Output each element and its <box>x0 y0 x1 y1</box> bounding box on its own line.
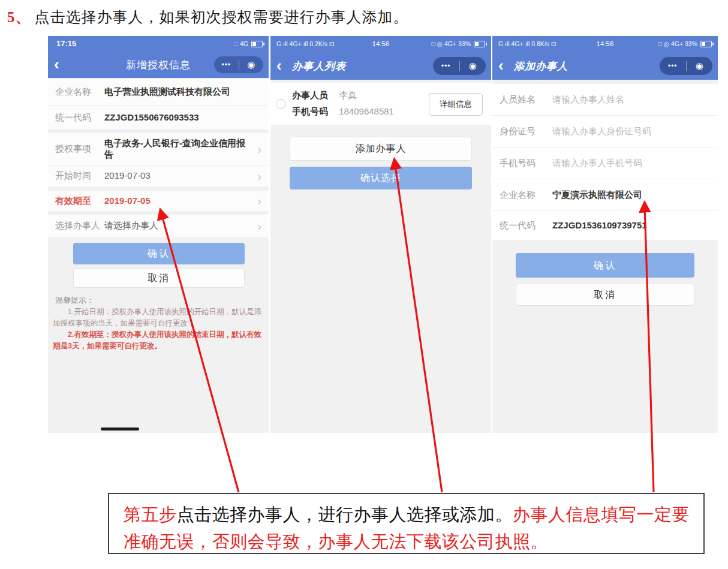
screen3-navbar: ‹ 添加办事人 ••• ◉ <box>492 52 718 80</box>
screen1-navbar: ‹ 新增授权信息 ••• ◉ <box>48 52 269 78</box>
confirm-button[interactable]: 确认 <box>516 253 694 278</box>
agent-list-item[interactable]: 办事人员 李真 手机号码 18409648581 详细信息 <box>270 83 491 125</box>
screenshot-new-authorization: 17:15 ∷ 4G ‹ 新增授权信息 ••• ◉ 企业名称 电子营业执照测试科… <box>48 36 269 433</box>
exit-icon[interactable]: ◉ <box>687 61 713 71</box>
field-value: ZZJGD1536109739751 <box>552 220 711 231</box>
screen2-body: 办事人员 李真 手机号码 18409648581 详细信息 添加办事人 确认选择 <box>270 80 491 433</box>
row-company-name: 企业名称 宁夏演示执照有限公司 <box>492 179 718 210</box>
cancel-button[interactable]: 取消 <box>516 284 694 306</box>
step-number: 5、 <box>7 9 31 25</box>
select-agent-group: 选择办事人 请选择办事人 › <box>48 215 269 237</box>
row-auth-item[interactable]: 授权事项 电子政务-人民银行-查询企业信用报告 › <box>48 133 269 165</box>
field-label: 统一代码 <box>500 220 552 231</box>
field-value: ZZJGD1550676093533 <box>104 112 261 124</box>
cancel-button[interactable]: 取消 <box>73 269 245 288</box>
chevron-right-icon: › <box>257 143 261 155</box>
screen2-navbar: ‹ 办事人列表 ••• ◉ <box>270 52 491 80</box>
exit-icon[interactable]: ◉ <box>239 59 264 70</box>
field-value: 2019-07-05 <box>104 195 254 207</box>
screen1-header: 17:15 ∷ 4G ‹ 新增授权信息 ••• ◉ <box>48 36 269 78</box>
mini-program-capsule[interactable]: ••• ◉ <box>214 56 263 73</box>
field-label: 身份证号 <box>500 126 552 137</box>
screen3-body: 人员姓名 请输入办事人姓名 身份证号 请输入办事人身份证号码 手机号码 请输入办… <box>492 80 718 433</box>
field-label: 开始时间 <box>55 170 104 182</box>
field-label: 选择办事人 <box>55 220 104 231</box>
more-icon[interactable]: ••• <box>433 62 459 70</box>
mini-program-capsule[interactable]: ••• ◉ <box>433 57 486 75</box>
field-value: 电子政务-人民银行-查询企业信用报告 <box>104 138 254 161</box>
screenshot-agent-list: G ıll 4G+ ıll 0.2K/s ⊡ 14:56 □ ◎ 4G+ 33%… <box>270 36 491 433</box>
row-company-name: 企业名称 电子营业执照测试科技有限公司 <box>48 79 269 105</box>
field-label: 人员姓名 <box>500 94 552 106</box>
note-step-label: 第五步 <box>124 505 177 524</box>
screenshot-add-agent: G ıll 4G+ ıll 0.8K/s ⊡ 14:56 □ ◎ 4G+ 33%… <box>492 36 718 433</box>
agent-name-line: 办事人员 李真 <box>292 90 357 101</box>
network-percent-icons: □ ◎ 4G+ 33% <box>432 36 471 52</box>
row-start-date[interactable]: 开始时间 2019-07-03 › <box>48 165 269 186</box>
more-icon[interactable]: ••• <box>660 62 686 70</box>
phone-input-placeholder[interactable]: 请输入办事人手机号码 <box>552 158 711 169</box>
chevron-right-icon: › <box>257 170 261 182</box>
back-icon[interactable]: ‹ <box>276 57 282 73</box>
back-icon[interactable]: ‹ <box>498 57 504 73</box>
step-title: 5、点击选择办事人，如果初次授权需要进行办事人添加。 <box>7 7 409 27</box>
field-value: 电子营业执照测试科技有限公司 <box>104 86 261 98</box>
agent-phone-line: 手机号码 18409648581 <box>292 106 394 118</box>
mini-program-capsule[interactable]: ••• ◉ <box>660 57 712 75</box>
field-value: 请选择办事人 <box>104 220 254 231</box>
status-time: 17:15 <box>56 36 76 52</box>
tips-title: 温馨提示： <box>55 295 94 306</box>
add-agent-form: 人员姓名 请输入办事人姓名 身份证号 请输入办事人身份证号码 手机号码 请输入办… <box>492 84 718 240</box>
row-unified-code: 统一代码 ZZJGD1536109739751 <box>492 210 718 240</box>
row-id-number[interactable]: 身份证号 请输入办事人身份证号码 <box>492 115 718 147</box>
agent-phone-label: 手机号码 <box>292 106 328 116</box>
chevron-right-icon: › <box>257 195 261 207</box>
field-value: 宁夏演示执照有限公司 <box>552 189 711 201</box>
agent-phone-value: 18409648581 <box>339 106 394 116</box>
expiry-group: 有效期至 2019-07-05 › <box>48 191 269 211</box>
battery-icon <box>700 41 712 47</box>
home-indicator <box>101 427 139 430</box>
add-agent-button[interactable]: 添加办事人 <box>290 137 472 161</box>
exit-icon[interactable]: ◉ <box>460 61 486 71</box>
field-label: 企业名称 <box>500 189 552 201</box>
screen3-header: G ıll 4G+ ıll 0.8K/s ⊡ 14:56 □ ◎ 4G+ 33%… <box>492 36 718 80</box>
instruction-note-box: 第五步点击选择办事人，进行办事人选择或添加。办事人信息填写一定要准确无误，否则会… <box>108 493 705 554</box>
screen1-statusbar: 17:15 ∷ 4G <box>48 36 269 52</box>
agent-name-value: 李真 <box>339 90 357 100</box>
confirm-select-button[interactable]: 确认选择 <box>290 167 472 189</box>
row-person-name[interactable]: 人员姓名 请输入办事人姓名 <box>492 84 718 115</box>
row-valid-until[interactable]: 有效期至 2019-07-05 › <box>48 191 269 211</box>
tip-valid-until: 2.有效期至：授权办事人使用该执照的结束日期，默认有效期是3天，如果需要可自行更… <box>53 329 264 352</box>
id-input-placeholder[interactable]: 请输入办事人身份证号码 <box>552 126 711 137</box>
screen2-statusbar: G ıll 4G+ ıll 0.2K/s ⊡ 14:56 □ ◎ 4G+ 33% <box>270 36 491 52</box>
screen1-body: 企业名称 电子营业执照测试科技有限公司 统一代码 ZZJGD1550676093… <box>48 78 269 433</box>
field-value: 2019-07-03 <box>104 170 254 182</box>
screen2-page-title: 办事人列表 <box>292 59 346 73</box>
agent-name-label: 办事人员 <box>292 90 328 100</box>
row-phone-number[interactable]: 手机号码 请输入办事人手机号码 <box>492 147 718 179</box>
screen3-statusbar: G ıll 4G+ ıll 0.8K/s ⊡ 14:56 □ ◎ 4G+ 33% <box>492 36 718 52</box>
auth-detail-group: 授权事项 电子政务-人民银行-查询企业信用报告 › 开始时间 2019-07-0… <box>48 133 269 186</box>
tip-start-date: 1.开始日期：授权办事人使用该执照的开始日期，默认是添加授权事项的当天，如果需要… <box>53 306 264 329</box>
chevron-right-icon: › <box>257 220 261 232</box>
field-label: 统一代码 <box>55 112 104 124</box>
detail-info-button[interactable]: 详细信息 <box>429 93 483 116</box>
confirm-button[interactable]: 确认 <box>73 243 245 264</box>
note-main-text: 点击选择办事人，进行办事人选择或添加。 <box>177 505 513 524</box>
row-unified-code: 统一代码 ZZJGD1550676093533 <box>48 105 269 130</box>
signal-network-icons: ∷ 4G <box>234 36 248 52</box>
screen2-header: G ıll 4G+ ıll 0.2K/s ⊡ 14:56 □ ◎ 4G+ 33%… <box>270 36 491 80</box>
tutorial-page: 5、点击选择办事人，如果初次授权需要进行办事人添加。 17:15 ∷ 4G ‹ … <box>0 0 728 569</box>
radio-button[interactable] <box>276 99 286 109</box>
screen3-page-title: 添加办事人 <box>514 59 568 73</box>
battery-icon <box>251 41 263 47</box>
field-label: 手机号码 <box>500 158 552 169</box>
more-icon[interactable]: ••• <box>214 61 239 69</box>
field-label: 企业名称 <box>55 86 104 98</box>
row-select-agent[interactable]: 选择办事人 请选择办事人 › <box>48 215 269 237</box>
name-input-placeholder[interactable]: 请输入办事人姓名 <box>552 94 711 106</box>
tips-text: 1.开始日期：授权办事人使用该执照的开始日期，默认是添加授权事项的当天，如果需要… <box>53 306 264 352</box>
field-label: 有效期至 <box>55 195 104 207</box>
company-info-group: 企业名称 电子营业执照测试科技有限公司 统一代码 ZZJGD1550676093… <box>48 79 269 130</box>
